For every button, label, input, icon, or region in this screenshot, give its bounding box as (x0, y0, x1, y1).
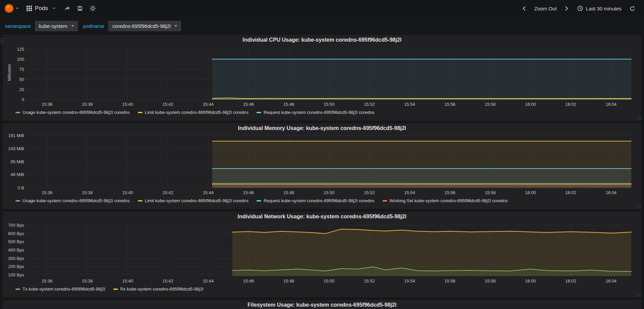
legend-series-label: Limit kube-system coredns-695f96dcd5-98j… (145, 198, 249, 203)
legend-series-color-icon (15, 289, 20, 290)
svg-text:15:36: 15:36 (42, 102, 53, 107)
chart-area: 0 B48 MiB95 MiB143 MiB191 MiB15:3615:381… (5, 133, 639, 196)
time-range-picker[interactable]: Last 30 minutes (573, 5, 626, 11)
svg-text:15:42: 15:42 (162, 190, 173, 195)
svg-text:25: 25 (19, 87, 24, 92)
legend-series-label: Tx kube-system coredns-695f96dcd5-98j2l (23, 286, 105, 292)
grafana-logo-icon (4, 3, 14, 13)
memory-usage-chart[interactable]: 0 B48 MiB95 MiB143 MiB191 MiB15:3615:381… (5, 133, 639, 196)
navbar-right-section: Zoom Out Last 30 minutes (518, 5, 639, 11)
svg-text:15:52: 15:52 (364, 102, 375, 107)
legend-series-label: Request kube-system coredns-695f96dcd5-9… (264, 110, 374, 115)
svg-text:400 Bps: 400 Bps (8, 248, 24, 253)
panel-title[interactable]: Individual Memory Usage: kube-system cor… (5, 124, 639, 133)
legend-series-color-icon (138, 112, 143, 113)
panel-network-usage: Individual Network Usage: kube-system co… (3, 212, 641, 297)
dashboard-title: Pods (35, 5, 48, 12)
legend-item[interactable]: Limit kube-system coredns-695f96dcd5-98j… (138, 110, 249, 115)
svg-text:15:40: 15:40 (122, 278, 133, 283)
dashboard-body: Individual CPU Usage: kube-system coredn… (0, 35, 644, 309)
legend-item[interactable]: Tx kube-system coredns-695f96dcd5-98j2l (15, 286, 105, 292)
legend-series-label: Request kube-system coredns-695f96dcd5-9… (264, 198, 374, 203)
svg-text:16:00: 16:00 (525, 278, 536, 283)
panel-title[interactable]: Individual CPU Usage: kube-system coredn… (5, 36, 639, 44)
cpu-usage-chart[interactable]: 025507510012515:3615:3815:4015:4215:4415… (5, 44, 639, 108)
variable-label-namespace: namespace (5, 23, 31, 29)
clock-icon (577, 5, 583, 11)
legend-series-color-icon (15, 200, 20, 202)
panel-resize-handle[interactable] (637, 116, 641, 120)
variable-value-podname[interactable]: coredns-695f96dcd5-98j2l (108, 21, 181, 31)
svg-text:143 MiB: 143 MiB (8, 146, 24, 151)
time-shift-back-button[interactable] (518, 6, 530, 11)
panel-resize-handle[interactable] (637, 293, 641, 297)
svg-text:15:58: 15:58 (485, 102, 496, 107)
dashboard-picker[interactable]: Pods (22, 5, 61, 12)
chevron-down-icon (16, 8, 18, 9)
panel-resize-handle[interactable] (637, 204, 641, 209)
svg-text:0: 0 (22, 97, 24, 102)
settings-button[interactable] (86, 5, 99, 11)
svg-text:15:54: 15:54 (404, 278, 415, 283)
svg-text:75: 75 (19, 67, 24, 72)
svg-text:15:52: 15:52 (364, 278, 375, 283)
svg-text:15:50: 15:50 (324, 190, 335, 195)
svg-text:16:02: 16:02 (565, 102, 576, 107)
chart-legend: Usage kube-system coredns-695f96dcd5-98j… (5, 196, 639, 203)
legend-item[interactable]: Usage kube-system coredns-695f96dcd5-98j… (15, 198, 130, 203)
svg-text:15:44: 15:44 (203, 278, 214, 283)
legend-item[interactable]: Limit kube-system coredns-695f96dcd5-98j… (138, 198, 249, 203)
navbar-left-section: Pods (3, 3, 99, 13)
top-navbar: Pods (0, 0, 644, 17)
svg-text:95 MiB: 95 MiB (11, 159, 24, 164)
svg-text:15:48: 15:48 (283, 278, 294, 283)
svg-text:16:00: 16:00 (525, 102, 536, 107)
panel-title[interactable]: Filesystem Usage: kube-system coredns-69… (5, 301, 639, 309)
legend-item[interactable]: Request kube-system coredns-695f96dcd5-9… (256, 198, 374, 203)
svg-text:16:04: 16:04 (606, 190, 617, 195)
svg-text:16:04: 16:04 (606, 278, 617, 283)
svg-text:15:42: 15:42 (162, 278, 173, 283)
panel-cpu-usage: Individual CPU Usage: kube-system coredn… (3, 35, 641, 121)
gear-icon (90, 5, 96, 11)
variable-namespace: namespace kube-system (5, 21, 78, 31)
svg-text:15:48: 15:48 (283, 102, 294, 107)
legend-item[interactable]: Request kube-system coredns-695f96dcd5-9… (256, 110, 374, 115)
legend-item[interactable]: Usage kube-system coredns-695f96dcd5-98j… (15, 110, 130, 115)
panel-filesystem-usage: Filesystem Usage: kube-system coredns-69… (3, 300, 641, 309)
svg-text:15:58: 15:58 (485, 190, 496, 195)
variable-label-podname: podname (83, 23, 105, 29)
network-usage-chart[interactable]: 100 Bps200 Bps300 Bps400 Bps500 Bps600 B… (5, 221, 639, 285)
variable-value-namespace[interactable]: kube-system (35, 21, 78, 31)
svg-text:15:54: 15:54 (404, 102, 415, 107)
variable-value-text: kube-system (39, 23, 68, 29)
svg-text:15:46: 15:46 (243, 190, 254, 195)
legend-series-color-icon (256, 200, 261, 202)
time-range-label: Last 30 minutes (586, 6, 621, 11)
svg-text:191 MiB: 191 MiB (8, 133, 24, 138)
y-axis-label: Millicores (7, 64, 12, 81)
save-icon (77, 5, 83, 11)
svg-text:15:38: 15:38 (82, 190, 93, 195)
share-button[interactable] (61, 5, 74, 11)
legend-item[interactable]: Rx kube-system coredns-695f96dcd5-98j2l (113, 286, 203, 292)
svg-text:15:52: 15:52 (364, 190, 375, 195)
legend-series-label: Usage kube-system coredns-695f96dcd5-98j… (23, 198, 130, 203)
svg-text:15:40: 15:40 (122, 190, 133, 195)
svg-text:48 MiB: 48 MiB (11, 172, 24, 177)
svg-text:15:46: 15:46 (243, 102, 254, 107)
svg-text:300 Bps: 300 Bps (8, 256, 24, 261)
svg-text:16:04: 16:04 (606, 102, 617, 107)
variable-value-text: coredns-695f96dcd5-98j2l (112, 23, 170, 29)
save-button[interactable] (74, 5, 86, 11)
legend-item[interactable]: Working Set kube-system coredns-695f96dc… (383, 198, 508, 203)
svg-text:700 Bps: 700 Bps (8, 223, 24, 228)
row-drag-handle[interactable] (0, 38, 3, 44)
refresh-button[interactable] (626, 6, 639, 11)
chevron-right-icon (564, 6, 569, 11)
zoom-out-button[interactable]: Zoom Out (531, 6, 560, 11)
panel-title[interactable]: Individual Network Usage: kube-system co… (5, 212, 639, 221)
time-shift-forward-button[interactable] (560, 6, 572, 11)
chart-legend: Tx kube-system coredns-695f96dcd5-98j2lR… (5, 285, 639, 292)
grafana-logo-button[interactable] (3, 3, 22, 13)
